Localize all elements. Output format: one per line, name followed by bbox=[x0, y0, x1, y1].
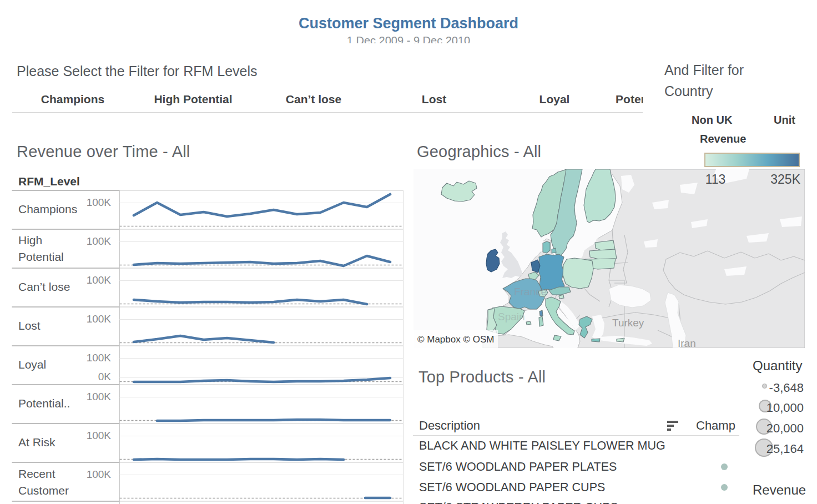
svg-text:Turkey: Turkey bbox=[612, 317, 644, 329]
svg-text:Iran: Iran bbox=[678, 337, 696, 348]
svg-text:France: France bbox=[514, 286, 547, 298]
svg-text:© Mapbox © OSM: © Mapbox © OSM bbox=[417, 334, 494, 345]
svg-text:Spain: Spain bbox=[498, 311, 525, 322]
